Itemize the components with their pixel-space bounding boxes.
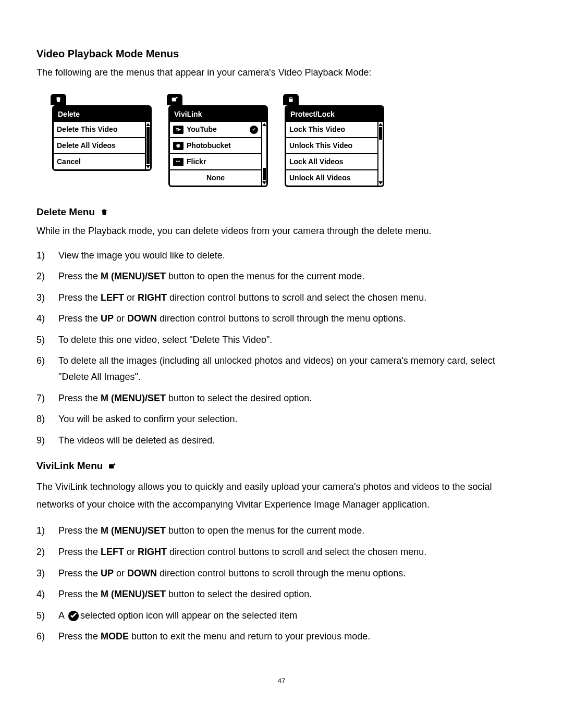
vivilink-icon [108,462,116,471]
step-number: 5) [36,608,58,624]
delete-intro: While in the Playback mode, you can dele… [36,224,527,238]
scrollbar [145,122,150,169]
lock-icon [283,94,299,105]
menu-item: Unlock All Videos [286,170,377,186]
arrow-up-icon [262,123,266,126]
menu-protect: Protect/Lock Lock This Video Unlock This… [285,95,384,187]
heading-main: Video Playback Mode Menus [36,46,527,61]
step-number: 4) [36,311,58,327]
step-item: 3)Press the LEFT or RIGHT direction cont… [36,290,527,306]
trash-icon [100,208,108,216]
menu-item: Lock All Videos [286,154,377,170]
scrollbar [261,122,266,186]
step-body: Press the M (MENU)/SET button to open th… [58,523,527,539]
step-item: 1)View the image you would like to delet… [36,248,527,264]
step-body: Press the UP or DOWN direction control b… [58,565,527,582]
menu-vivilink: ViviLink Y▸ YouTube ◉ Photobucket [168,95,268,187]
trash-icon [51,94,66,105]
menu-title: ViviLink [170,107,266,122]
youtube-icon: Y▸ [173,126,183,134]
step-number: 1) [36,248,58,264]
delete-steps-list: 1)View the image you would like to delet… [36,248,527,449]
heading-vivilink: ViviLink Menu [36,459,527,474]
step-body: Press the UP or DOWN direction control b… [58,311,527,327]
menu-item: Cancel [54,154,145,169]
step-item: 7)Press the M (MENU)/SET button to selec… [36,390,527,406]
check-icon [68,610,79,622]
page-number: 47 [36,676,527,686]
step-body: Press the M (MENU)/SET button to select … [58,586,527,602]
step-item: 1)Press the M (MENU)/SET button to open … [36,523,527,539]
step-body: View the image you would like to delete. [58,248,527,264]
step-item: 2)Press the M (MENU)/SET button to open … [36,268,527,285]
step-item: 2)Press the LEFT or RIGHT direction cont… [36,544,527,560]
svg-point-1 [176,97,178,98]
step-body: The videos will be deleted as desired. [58,433,527,449]
step-number: 5) [36,332,58,348]
step-body: To delete this one video, select "Delete… [58,332,527,348]
step-number: 6) [36,628,58,645]
menu-item: ◉ Photobucket [170,138,261,154]
arrow-down-icon [146,165,150,168]
step-number: 2) [36,544,58,560]
arrow-up-icon [378,123,383,126]
arrow-down-icon [378,181,383,184]
vivilink-icon [167,94,182,105]
step-item: 5)To delete this one video, select "Dele… [36,332,527,348]
menu-item: •• Flickr [170,154,261,170]
menu-delete: Delete Delete This Video Delete All Vide… [52,95,152,187]
step-number: 7) [36,390,58,406]
step-item: 4)Press the M (MENU)/SET button to selec… [36,586,527,602]
step-body: Press the LEFT or RIGHT direction contro… [58,544,527,560]
vivilink-steps-list: 1)Press the M (MENU)/SET button to open … [36,523,527,645]
menu-title: Protect/Lock [286,107,383,122]
menu-title: Delete [54,107,150,122]
photobucket-icon: ◉ [173,142,183,150]
scrollbar [377,122,383,186]
heading-delete: Delete Menu [36,205,527,220]
menu-item: Delete This Video [54,122,145,138]
step-body: To delete all the images (including all … [58,353,527,385]
step-body: Press the M (MENU)/SET button to select … [58,390,527,406]
menu-item: Lock This Video [286,122,377,138]
step-item: 3)Press the UP or DOWN direction control… [36,565,527,582]
step-number: 9) [36,433,58,449]
step-body: Press the LEFT or RIGHT direction contro… [58,290,527,306]
step-item: 8)You will be asked to confirm your sele… [36,411,527,427]
step-number: 2) [36,268,58,285]
arrow-down-icon [262,181,266,184]
vivilink-intro: The ViviLink technology allows you to qu… [36,478,527,513]
step-number: 8) [36,411,58,427]
step-number: 3) [36,565,58,582]
svg-point-3 [114,463,115,465]
step-item: 6)To delete all the images (including al… [36,353,527,385]
step-number: 1) [36,523,58,539]
menu-screenshots-row: Delete Delete This Video Delete All Vide… [52,95,527,187]
step-number: 6) [36,353,58,369]
step-body: Press the MODE button to exit the menu a… [58,628,527,645]
step-item: 6)Press the MODE button to exit the menu… [36,628,527,645]
flickr-icon: •• [173,158,183,166]
intro-text: The following are the menus that appear … [36,66,527,80]
step-body: You will be asked to confirm your select… [58,411,527,427]
menu-item: None [170,170,261,186]
menu-item: Unlock This Video [286,138,377,154]
menu-item: Y▸ YouTube [170,122,261,138]
svg-rect-2 [109,464,114,468]
menu-item: Delete All Videos [54,138,145,154]
svg-rect-0 [172,98,176,102]
step-body: Press the M (MENU)/SET button to open th… [58,268,527,285]
check-icon [250,126,258,134]
step-body: A selected option icon will appear on th… [58,608,527,624]
step-number: 3) [36,290,58,306]
step-item: 5)A selected option icon will appear on … [36,608,527,624]
step-item: 4)Press the UP or DOWN direction control… [36,311,527,327]
step-item: 9)The videos will be deleted as desired. [36,433,527,449]
arrow-up-icon [146,123,150,126]
step-number: 4) [36,586,58,602]
